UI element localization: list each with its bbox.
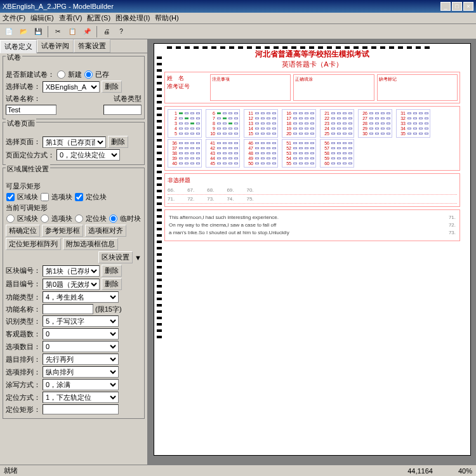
print-icon[interactable]: 🖨 bbox=[100, 25, 113, 38]
window-title: XBEnglish_A_2.JPG - ModelBuilder bbox=[3, 3, 114, 10]
delete-paper-button[interactable]: 删除 bbox=[102, 81, 122, 93]
maximize-button[interactable]: □ bbox=[452, 2, 462, 11]
q-num-select[interactable]: 第0题（无效填） bbox=[43, 279, 100, 290]
radio-adj-region[interactable] bbox=[6, 215, 15, 223]
open-icon[interactable]: 📂 bbox=[17, 25, 30, 38]
chk-region[interactable] bbox=[6, 193, 15, 201]
tab-answer[interactable]: 答案设置 bbox=[74, 39, 110, 53]
close-button[interactable]: × bbox=[463, 2, 473, 11]
q-arrange-select[interactable]: 先行再列 bbox=[43, 354, 119, 365]
delete-block-button[interactable]: 删除 bbox=[102, 265, 122, 277]
passage-section: This afternoon,I had such interesting ex… bbox=[164, 209, 460, 241]
help-icon[interactable]: ? bbox=[115, 25, 128, 38]
align-option-button[interactable]: 选项框对齐 bbox=[85, 225, 126, 237]
window-buttons: _ □ × bbox=[440, 2, 473, 11]
select-paper[interactable]: XBEnglish_A bbox=[43, 81, 100, 93]
bubble-section: 1234567891011121314151617181920212223242… bbox=[164, 106, 460, 171]
opt-arrange-select[interactable]: 纵向排列 bbox=[43, 366, 119, 378]
func-type-select[interactable]: 4，考生姓名 bbox=[43, 291, 119, 303]
fill-mode-select[interactable]: 0，涂满 bbox=[43, 379, 119, 390]
precise-locate-button[interactable]: 精确定位 bbox=[6, 225, 40, 237]
menu-config[interactable]: 配置(S) bbox=[87, 13, 110, 23]
delete-page-button[interactable]: 删除 bbox=[108, 136, 128, 148]
radio-adj-temp[interactable] bbox=[109, 215, 117, 223]
locate-rect-field[interactable] bbox=[43, 404, 119, 414]
paper-type-field[interactable] bbox=[103, 105, 142, 115]
locate-array-button[interactable]: 定位矩形框阵列 bbox=[6, 238, 61, 250]
copy-icon[interactable]: 📋 bbox=[66, 25, 79, 38]
opt-count-select[interactable]: 0 bbox=[43, 341, 119, 352]
select-page[interactable]: 第1页（已存页面） bbox=[43, 136, 106, 148]
chk-option[interactable] bbox=[41, 193, 49, 201]
cut-icon[interactable]: ✂ bbox=[51, 25, 64, 38]
paper-name-field[interactable] bbox=[6, 105, 56, 115]
menu-bar: 文件(F) 编辑(E) 查看(V) 配置(S) 图像处理(I) 帮助(H) bbox=[0, 13, 476, 24]
menu-image[interactable]: 图像处理(I) bbox=[116, 13, 150, 23]
block-num-select[interactable]: 第1块（已存块） bbox=[43, 265, 100, 277]
select-locate[interactable]: 0，定位块定位 bbox=[56, 149, 120, 161]
func-name-field[interactable] bbox=[43, 304, 93, 314]
new-icon[interactable]: 📄 bbox=[3, 25, 15, 38]
tab-define[interactable]: 试卷定义 bbox=[0, 40, 37, 53]
radio-exist[interactable] bbox=[84, 70, 93, 79]
absent-mark-box: 缺考标记 bbox=[377, 74, 458, 101]
status-coord: 44,1164 bbox=[407, 467, 433, 475]
radio-adj-locate[interactable] bbox=[75, 215, 83, 223]
paste-icon[interactable]: 📌 bbox=[81, 25, 93, 38]
status-bar: 就绪 44,1164 40% bbox=[0, 465, 476, 476]
tab-bar: 试卷定义 试卷评阅 答案设置 bbox=[0, 39, 147, 53]
obj-count-select[interactable]: 0 bbox=[43, 328, 119, 340]
group-paper: 试卷 是否新建试卷： 新建 已存 选择试卷： XBEnglish_A 删除 试卷… bbox=[3, 56, 145, 119]
sheet-subtitle: 英语答题卡（A卡） bbox=[159, 60, 465, 69]
title-bar: XBEnglish_A_2.JPG - ModelBuilder _ □ × bbox=[0, 0, 476, 13]
notice-box: 注意事项 bbox=[210, 74, 291, 101]
fill-example-box: 正确填涂 bbox=[293, 74, 374, 101]
radio-new[interactable] bbox=[57, 70, 65, 79]
menu-file[interactable]: 文件(F) bbox=[3, 13, 25, 23]
status-text: 就绪 bbox=[4, 466, 18, 475]
delete-q-button[interactable]: 删除 bbox=[102, 278, 122, 290]
tab-review[interactable]: 试卷评阅 bbox=[37, 39, 74, 53]
status-zoom: 40% bbox=[458, 467, 472, 475]
sheet-title: 河北省普通高等学校招生模拟考试 bbox=[159, 49, 465, 60]
preview-panel[interactable]: 河北省普通高等学校招生模拟考试 英语答题卡（A卡） 姓 名 准考证号 注意事项 … bbox=[149, 39, 476, 465]
left-panel: 试卷定义 试卷评阅 答案设置 试卷 是否新建试卷： 新建 已存 选择试卷： XB… bbox=[0, 39, 149, 465]
ref-rect-button[interactable]: 参考矩形框 bbox=[42, 225, 83, 237]
minimize-button[interactable]: _ bbox=[440, 2, 451, 11]
menu-view[interactable]: 查看(V) bbox=[59, 13, 83, 23]
essay-section: 非选择题 66.67.68.69.70.71.72.73.74.75. bbox=[164, 173, 460, 207]
menu-edit[interactable]: 编辑(E) bbox=[30, 13, 54, 23]
timing-marks-top bbox=[167, 46, 430, 49]
id-row: 姓 名 准考证号 注意事项 正确填涂 缺考标记 bbox=[164, 72, 460, 103]
chk-locate[interactable] bbox=[75, 193, 83, 201]
recog-type-select[interactable]: 5，手写汉字 bbox=[43, 315, 119, 327]
menu-help[interactable]: 帮助(H) bbox=[155, 13, 178, 23]
block-settings-button[interactable]: 区块设置 bbox=[98, 251, 133, 263]
radio-adj-option[interactable] bbox=[41, 215, 49, 223]
save-icon[interactable]: 💾 bbox=[32, 25, 44, 38]
timing-marks-left bbox=[157, 56, 162, 338]
group-region: 区域属性设置 可显示矩形 区域块 选项块 定位块 当前可调矩形 区域块 选项块 … bbox=[3, 168, 145, 419]
locate-mode-select[interactable]: 1，下左轨定位 bbox=[43, 392, 119, 403]
group-page: 试卷页面 选择页面： 第1页（已存页面） 删除 页面定位方式： 0，定位块定位 bbox=[3, 122, 145, 165]
toolbar: 📄 📂 💾 ✂ 📋 📌 🖨 ? bbox=[0, 24, 476, 39]
answer-sheet: 河北省普通高等学校招生模拟考试 英语答题卡（A卡） 姓 名 准考证号 注意事项 … bbox=[154, 43, 471, 456]
extra-option-button[interactable]: 附加选项框信息 bbox=[63, 238, 118, 250]
